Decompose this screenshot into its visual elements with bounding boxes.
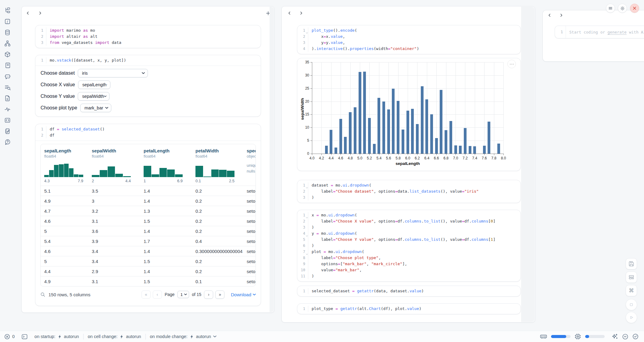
sidebar-database-button[interactable] [2, 28, 13, 37]
dropdown-choose-plot-type[interactable]: mark_bar [80, 104, 111, 112]
table-row[interactable]: 4.63.11.50.2setosa [41, 216, 256, 226]
sidebar-functions-button[interactable]: ƒ [2, 17, 13, 26]
column-header-species[interactable]: speciesobjectunique:nulls: [243, 144, 256, 186]
code-line[interactable]: 11) [297, 273, 521, 279]
code-cell-plot[interactable]: 1plot_type().encode(2 x=x.value,3 y=y.va… [297, 25, 521, 54]
dropdown-choose-x-value[interactable]: sepalLength [78, 80, 110, 89]
dropdown-choose-dataset[interactable]: iris [78, 69, 148, 77]
sidebar-tracing-button[interactable] [2, 105, 13, 114]
code-line[interactable]: 8 label="Choose plot type", [297, 255, 521, 261]
table-row[interactable]: 4.93.11.50.1setosa [41, 276, 256, 286]
on-cell-change-setting[interactable]: on cell change: autorun [88, 334, 141, 339]
sidebar-file-tree-button[interactable] [2, 6, 13, 15]
save-notebook-button[interactable] [626, 258, 637, 269]
table-row[interactable]: 4.931.40.2setosa [41, 196, 256, 206]
error-count-indicator[interactable]: 0 [4, 334, 15, 340]
copilot-button[interactable] [622, 333, 628, 340]
code-line[interactable]: 10 value="mark_bar", [297, 267, 521, 273]
table-row[interactable]: 4.73.21.30.2setosa [41, 206, 256, 216]
sidebar-help-button[interactable] [2, 137, 13, 147]
code-line[interactable]: 1dataset = mo.ui.dropdown( [297, 182, 521, 188]
last-page-button[interactable]: » [215, 290, 224, 299]
code-line[interactable]: 3 y=y.value, [297, 40, 521, 46]
code-line[interactable]: 1plot_type = getattr(alt.Chart(df), plot… [297, 306, 521, 312]
code-line[interactable]: 2 label="Choose X value", options=df.col… [297, 218, 521, 224]
column-header-petalLength[interactable]: petalLengthfloat6416.9 [140, 144, 192, 186]
code-line[interactable]: 6) [297, 243, 521, 249]
next-page-button[interactable]: › [204, 290, 213, 299]
code-line[interactable]: 3) [297, 194, 521, 201]
code-line[interactable]: 2 x=x.value, [297, 34, 521, 40]
code-line[interactable]: 3) [297, 224, 521, 230]
table-row[interactable]: 4.63.41.40.30000000000000004setosa [41, 246, 256, 256]
page-select[interactable]: 1 [177, 291, 189, 298]
sidebar-scratchpad-button[interactable] [2, 126, 13, 136]
sidebar-package-button[interactable] [2, 50, 13, 59]
code-line[interactable]: 9 options=["mark_bar", "mark_circle"], [297, 261, 521, 267]
panel-scrollbar-gutter[interactable] [270, 7, 274, 312]
code-line[interactable]: 4y = mo.ui.dropdown( [297, 230, 521, 237]
panel-scrollbar-gutter[interactable] [521, 7, 535, 322]
ai-sparkle-button[interactable] [612, 333, 618, 340]
code-cell-xy-plot-dropdowns[interactable]: 1x = mo.ui.dropdown(2 label="Choose X va… [297, 210, 521, 282]
run-all-button[interactable] [626, 312, 637, 323]
sidebar-code-block-button[interactable] [2, 116, 13, 125]
table-row[interactable]: 53.61.40.2setosa [41, 226, 256, 236]
download-button[interactable]: Download [231, 292, 256, 297]
code-line[interactable]: 5 label="Choose Y value", options=df.col… [297, 237, 521, 243]
code-cell-dataset-dropdown[interactable]: 1dataset = mo.ui.dropdown(2 label="Choos… [297, 180, 521, 203]
layout-toggle-button[interactable] [626, 272, 637, 283]
stop-kernel-button[interactable] [626, 299, 637, 310]
code-line[interactable]: 1df = selected_dataset() [35, 126, 261, 132]
first-page-button[interactable]: « [141, 290, 151, 299]
generate-with-ai-link[interactable]: generate [607, 30, 627, 34]
empty-code-cell[interactable]: 1 Start coding or generate with AI [555, 26, 644, 38]
next-column-button[interactable] [558, 12, 565, 19]
code-line[interactable]: 1plot_type().encode( [297, 27, 521, 34]
table-row[interactable]: 4.42.91.40.2setosa [41, 266, 256, 276]
prev-column-button[interactable] [24, 9, 31, 17]
code-cell-dataframe[interactable]: 1df = selected_dataset()2df sepalLengthf… [35, 124, 261, 306]
code-line[interactable]: 2 label="Choose dataset", options=data.l… [297, 188, 521, 194]
sidebar-snippets-button[interactable] [2, 83, 13, 92]
code-cell-imports[interactable]: 1import marimo as mo2import altair as al… [35, 25, 261, 48]
table-row[interactable]: 5.43.91.70.4setosa [41, 236, 256, 246]
notebook-menu-button[interactable] [606, 4, 615, 13]
terminal-button[interactable] [21, 333, 28, 340]
code-cell-plot-type[interactable]: 1plot_type = getattr(alt.Chart(df), plot… [297, 303, 521, 314]
sidebar-dependency-graph-button[interactable] [2, 39, 13, 48]
search-icon[interactable] [40, 292, 45, 297]
next-column-button[interactable] [298, 9, 305, 17]
code-line[interactable]: 4).interactive().properties(width="conta… [297, 46, 521, 52]
shutdown-button[interactable] [630, 4, 639, 13]
code-line[interactable]: 1mo.vstack([dataset, x, y, plot]) [35, 57, 261, 63]
column-header-sepalWidth[interactable]: sepalWidthfloat6424.4 [88, 144, 140, 186]
code-line[interactable]: 1selected_dataset = getattr(data, datase… [297, 288, 521, 294]
on-startup-setting[interactable]: on startup: autorun [34, 334, 79, 339]
code-line[interactable]: 7plot = mo.ui.dropdown( [297, 249, 521, 255]
prev-column-button[interactable] [546, 12, 553, 19]
altair-bar-chart[interactable]: 4.04.24.44.64.85.05.25.45.65.86.06.26.46… [297, 58, 521, 171]
settings-button[interactable] [618, 4, 627, 13]
sidebar-documentation-button[interactable] [2, 94, 13, 103]
connection-status-button[interactable] [632, 333, 639, 340]
table-row[interactable]: 5.13.51.40.2setosa [41, 186, 256, 196]
chart-actions-menu-button[interactable] [507, 60, 516, 68]
next-column-button[interactable] [37, 9, 44, 17]
dropdown-choose-y-value[interactable]: sepalWidth [78, 92, 109, 101]
code-line[interactable]: 3from vega_datasets import data [35, 40, 261, 46]
prev-page-button[interactable]: ‹ [153, 290, 162, 299]
prev-column-button[interactable] [286, 9, 293, 17]
on-module-change-setting[interactable]: on module change: autorun [150, 334, 217, 339]
code-line[interactable]: 2df [35, 132, 261, 138]
sidebar-logs-button[interactable] [2, 61, 13, 70]
table-row[interactable]: 53.41.50.2setosa [41, 256, 256, 266]
code-cell-selected-dataset[interactable]: 1selected_dataset = getattr(data, datase… [297, 286, 521, 297]
code-line[interactable]: 1import marimo as mo [35, 27, 261, 34]
sidebar-chat-button[interactable] [2, 72, 13, 81]
keyboard-shortcuts-button[interactable]: ⌘ [626, 285, 637, 296]
column-header-sepalLength[interactable]: sepalLengthfloat644.37.9 [41, 144, 88, 186]
chart-output-cell[interactable]: 4.04.24.44.64.85.05.25.45.65.86.06.26.46… [297, 58, 521, 171]
column-header-petalWidth[interactable]: petalWidthfloat640.12.5 [192, 144, 243, 186]
code-line[interactable]: 2import altair as alt [35, 34, 261, 40]
